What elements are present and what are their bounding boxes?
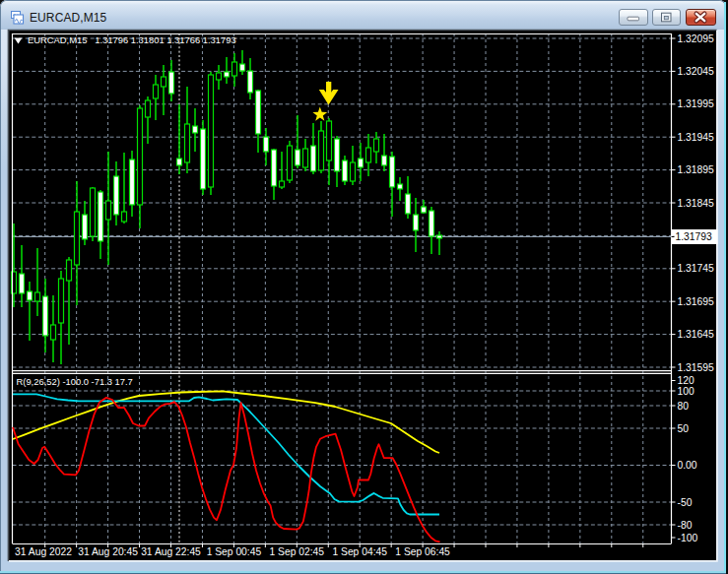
svg-text:-80: -80 (678, 520, 693, 531)
svg-text:1 Sep 02:45: 1 Sep 02:45 (270, 546, 325, 557)
svg-text:1.31645: 1.31645 (678, 329, 714, 340)
svg-text:80: 80 (678, 401, 690, 412)
svg-text:1.31695: 1.31695 (678, 296, 714, 307)
svg-text:1 Sep 06:45: 1 Sep 06:45 (395, 546, 450, 557)
svg-text:1.31995: 1.31995 (678, 98, 714, 109)
svg-text:100: 100 (678, 386, 695, 397)
svg-text:31 Aug 22:45: 31 Aug 22:45 (141, 546, 201, 557)
svg-text:1.31945: 1.31945 (678, 132, 714, 143)
svg-text:1.31845: 1.31845 (678, 198, 714, 209)
svg-text:-50: -50 (678, 497, 693, 508)
svg-text:1.31793: 1.31793 (676, 231, 712, 242)
svg-text:1.32095: 1.32095 (678, 33, 714, 44)
svg-text:120: 120 (678, 375, 695, 386)
svg-text:1.32045: 1.32045 (678, 66, 714, 77)
svg-text:1 Sep 04:45: 1 Sep 04:45 (332, 546, 387, 557)
svg-text:EURCAD,M15 1.31796 1.31801 1: EURCAD,M15 1.31796 1.31801 1.31766 1.317… (28, 34, 236, 45)
svg-text:R(9,26,52) -100.0 -71.3 17.7: R(9,26,52) -100.0 -71.3 17.7 (17, 376, 133, 387)
svg-text:1.31745: 1.31745 (678, 263, 714, 274)
svg-text:31 Aug 20:45: 31 Aug 20:45 (78, 546, 138, 557)
svg-text:-100: -100 (678, 533, 698, 543)
svg-text:1.31595: 1.31595 (678, 362, 714, 373)
svg-text:1.31895: 1.31895 (678, 164, 714, 175)
svg-text:0.00: 0.00 (678, 460, 697, 471)
svg-text:31 Aug 2022: 31 Aug 2022 (15, 546, 72, 557)
svg-text:50: 50 (678, 423, 690, 434)
svg-text:1 Sep 00:45: 1 Sep 00:45 (207, 546, 262, 557)
